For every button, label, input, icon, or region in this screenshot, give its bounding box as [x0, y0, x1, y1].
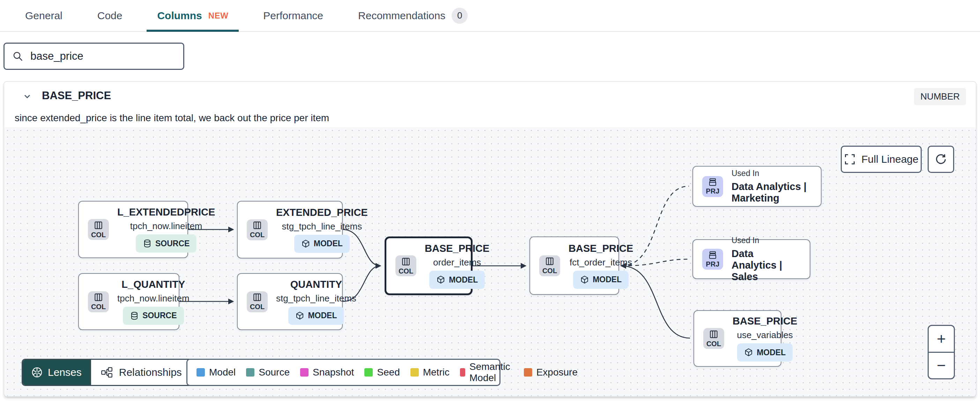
search-icon: [12, 50, 23, 62]
lineage-node-extended-price[interactable]: COL EXTENDED_PRICE stg_tpch_line_items M…: [237, 201, 343, 259]
badge-label: SOURCE: [155, 239, 189, 248]
legend-swatch: [246, 368, 255, 377]
lineage-node-l-quantity[interactable]: COL L_QUANTITY tpch_now.lineitem SOURCE: [78, 273, 180, 330]
column-name: BASE_PRICE: [42, 89, 111, 102]
lineage-node-base-price-use-variables[interactable]: COL BASE_PRICE use_variables MODEL: [694, 310, 781, 367]
badge-label: MODEL: [449, 275, 478, 285]
source-badge: SOURCE: [136, 234, 196, 252]
badge-label: MODEL: [757, 348, 786, 357]
database-icon: [143, 239, 152, 248]
col-kind-badge: COL: [539, 256, 560, 276]
kind-label: COL: [542, 267, 557, 275]
node-title: QUANTITY: [290, 279, 342, 290]
node-subtitle: use_variables: [737, 330, 792, 340]
model-badge: MODEL: [429, 271, 485, 289]
relationships-label: Relationships: [119, 366, 182, 378]
refresh-icon: [935, 153, 947, 166]
kind-label: COL: [91, 231, 106, 239]
legend-swatch: [196, 368, 205, 377]
tab-columns[interactable]: Columns NEW: [157, 0, 228, 31]
prj-kind-badge: PRJ: [702, 249, 723, 270]
chevron-down-icon[interactable]: [22, 91, 32, 101]
expand-icon: [844, 153, 856, 165]
refresh-button[interactable]: [928, 145, 954, 173]
lineage-node-base-price-order-items[interactable]: COL BASE_PRICE order_items MODEL: [385, 236, 473, 295]
zoom-in-button[interactable]: +: [929, 326, 954, 353]
node-title: BASE_PRICE: [425, 243, 489, 254]
legend-label: Seed: [377, 367, 399, 378]
lineage-node-used-in-sales[interactable]: PRJ Used In Data Analytics | Sales: [692, 239, 810, 279]
model-badge: MODEL: [737, 343, 792, 361]
legend-item-exposure: Exposure: [524, 367, 578, 378]
zoom-control: + −: [928, 325, 955, 379]
node-title: L_QUANTITY: [121, 279, 185, 290]
tab-label: General: [25, 10, 62, 22]
legend-label: Semantic Model: [469, 361, 513, 383]
legend-label: Exposure: [536, 367, 578, 378]
legend-item-metric: Metric: [410, 367, 450, 378]
column-type-badge: NUMBER: [914, 88, 966, 105]
legend-item-snapshot: Snapshot: [300, 367, 354, 378]
columns-icon: [94, 292, 103, 302]
lineage-node-quantity[interactable]: COL QUANTITY stg_tpch_line_items MODEL: [237, 273, 343, 330]
tab-code[interactable]: Code: [97, 0, 123, 31]
tab-label: Columns: [157, 10, 202, 22]
node-subtitle: fct_order_items: [570, 257, 632, 268]
zoom-out-button[interactable]: −: [929, 353, 954, 379]
tab-label: Code: [97, 10, 123, 22]
badge-label: SOURCE: [142, 311, 177, 320]
column-lineage-page: General Code Columns NEW Performance Rec…: [0, 0, 980, 401]
node-title: BASE_PRICE: [568, 243, 633, 254]
model-badge: MODEL: [288, 307, 344, 325]
legend-swatch: [300, 368, 309, 377]
node-title: Data Analytics | Marketing: [732, 181, 812, 204]
search-input[interactable]: [30, 50, 175, 62]
full-lineage-button[interactable]: Full Lineage: [841, 145, 922, 173]
legend-item-seed: Seed: [364, 367, 399, 378]
legend-item-source: Source: [246, 367, 290, 378]
col-kind-badge: COL: [247, 291, 268, 312]
kind-label: COL: [250, 303, 264, 311]
tab-general[interactable]: General: [25, 0, 62, 31]
lenses-button[interactable]: Lenses: [23, 360, 90, 385]
tab-performance[interactable]: Performance: [263, 0, 323, 31]
prj-kind-badge: PRJ: [702, 176, 723, 197]
lineage-graph-canvas[interactable]: COL L_EXTENDEDPRICE tpch_now.lineitem SO…: [4, 127, 977, 397]
cube-icon: [301, 239, 310, 248]
legend-swatch: [364, 368, 373, 377]
columns-icon: [709, 329, 719, 339]
count-badge: 0: [452, 8, 468, 24]
legend-label: Snapshot: [313, 367, 354, 378]
node-subtitle: tpch_now.lineitem: [130, 221, 202, 232]
tab-recommendations[interactable]: Recommendations 0: [358, 0, 468, 31]
badge-label: MODEL: [593, 275, 622, 284]
column-description: since extended_price is the line item to…: [15, 112, 329, 124]
legend-label: Metric: [423, 367, 450, 378]
node-title: EXTENDED_PRICE: [276, 207, 368, 218]
node-subtitle: stg_tpch_line_items: [282, 221, 362, 232]
node-title: L_EXTENDEDPRICE: [117, 206, 215, 218]
project-archive-icon: [708, 251, 717, 260]
column-card: BASE_PRICE NUMBER since extended_price i…: [3, 81, 977, 397]
tab-bar: General Code Columns NEW Performance Rec…: [0, 0, 980, 32]
model-badge: MODEL: [573, 271, 628, 289]
legend-swatch: [460, 368, 465, 377]
source-badge: SOURCE: [123, 307, 184, 325]
kind-label: PRJ: [706, 260, 720, 268]
kind-label: COL: [706, 340, 721, 348]
kind-label: COL: [91, 303, 106, 311]
new-badge: NEW: [208, 11, 229, 21]
badge-label: MODEL: [308, 311, 337, 320]
project-archive-icon: [708, 177, 717, 187]
lineage-edges: [4, 127, 977, 397]
search-box[interactable]: [3, 43, 184, 70]
lineage-node-base-price-fct-order-items[interactable]: COL BASE_PRICE fct_order_items MODEL: [530, 236, 619, 295]
node-title: BASE_PRICE: [733, 315, 797, 327]
kind-label: COL: [250, 231, 264, 239]
lineage-node-l-extendedprice[interactable]: COL L_EXTENDEDPRICE tpch_now.lineitem SO…: [78, 201, 188, 258]
legend-label: Source: [259, 367, 290, 378]
lineage-node-used-in-marketing[interactable]: PRJ Used In Data Analytics | Marketing: [692, 166, 822, 207]
node-type-legend: Model Source Snapshot Seed Metric: [186, 359, 501, 386]
columns-icon: [252, 292, 262, 302]
kind-label: COL: [399, 267, 413, 275]
